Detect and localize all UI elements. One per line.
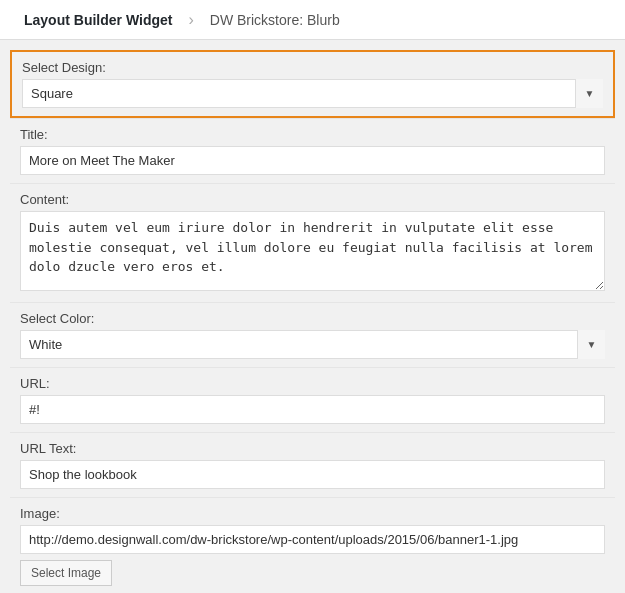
url-input[interactable] [20,395,605,424]
tab-dw-brickstore[interactable]: DW Brickstore: Blurb [196,2,354,38]
title-input[interactable] [20,146,605,175]
color-select-wrapper: White Black Gray ▼ [20,330,605,359]
url-text-field-group: URL Text: [10,433,615,497]
content-textarea[interactable]: Duis autem vel eum iriure dolor in hendr… [20,211,605,291]
url-text-label: URL Text: [20,441,605,456]
title-field-group: Title: [10,119,615,183]
image-label: Image: [20,506,605,521]
design-label: Select Design: [22,60,603,75]
title-label: Title: [20,127,605,142]
url-field-group: URL: [10,368,615,432]
design-select-wrapper: Square Circle Default ▼ [22,79,603,108]
main-content: Select Design: Square Circle Default ▼ T… [0,40,625,593]
image-field-group: Image: Select Image [10,498,615,593]
tab-layout-builder[interactable]: Layout Builder Widget [10,2,186,38]
header-tabs: Layout Builder Widget › DW Brickstore: B… [0,0,625,40]
design-field-group: Select Design: Square Circle Default ▼ [10,50,615,118]
color-label: Select Color: [20,311,605,326]
app-container: Layout Builder Widget › DW Brickstore: B… [0,0,625,593]
url-label: URL: [20,376,605,391]
breadcrumb-separator: › [188,11,193,29]
url-text-input[interactable] [20,460,605,489]
content-field-group: Content: Duis autem vel eum iriure dolor… [10,184,615,302]
content-label: Content: [20,192,605,207]
design-select[interactable]: Square Circle Default [22,79,603,108]
select-image-button[interactable]: Select Image [20,560,112,586]
color-select[interactable]: White Black Gray [20,330,605,359]
color-field-group: Select Color: White Black Gray ▼ [10,303,615,367]
image-url-input[interactable] [20,525,605,554]
